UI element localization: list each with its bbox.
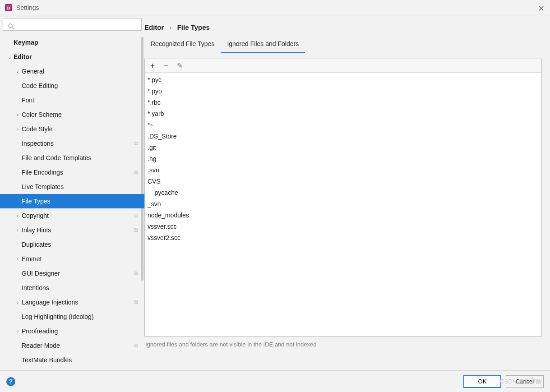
settings-sidebar: Keymap⌄Editor›GeneralCode EditingFont›Co… [0,15,144,370]
sidebar-item-proofreading[interactable]: ›Proofreading [0,324,144,338]
list-item[interactable]: .DS_Store [148,131,539,142]
list-item[interactable]: .svn [148,165,539,176]
sidebar-item-label: Proofreading [22,327,141,335]
svg-point-3 [9,24,12,28]
sidebar-item-log-highlighting-ideolog-[interactable]: Log Highlighting (Ideolog) [0,309,144,324]
sidebar-item-font[interactable]: Font [0,93,144,107]
sidebar-item-live-templates[interactable]: Live Templates [0,180,144,194]
list-item[interactable]: *~ [148,120,539,131]
list-item[interactable]: *.yarb [148,108,539,120]
app-icon: IJ [5,4,13,12]
sidebar-item-keymap[interactable]: Keymap [0,35,144,50]
sidebar-item-label: Language Injections [22,299,134,306]
edit-button[interactable]: ✎ [176,61,184,70]
title-bar: IJ Settings ✕ [0,0,550,15]
sidebar-item-label: Inlay Hints [22,226,134,234]
scope-icon: ⧉ [134,212,138,219]
sidebar-item-color-scheme[interactable]: ›Color Scheme [0,107,144,122]
scope-icon: ⧉ [134,140,138,147]
settings-tree[interactable]: Keymap⌄Editor›GeneralCode EditingFont›Co… [0,33,144,370]
chevron-right-icon[interactable]: › [14,227,21,233]
sidebar-item-intentions[interactable]: Intentions [0,281,144,295]
sidebar-item-label: Live Templates [22,183,141,190]
sidebar-item-file-types[interactable]: File Types [0,194,144,208]
list-item[interactable]: *.pyo [148,86,539,97]
add-button[interactable]: + [148,62,157,70]
chevron-right-icon[interactable]: › [14,328,21,334]
list-item[interactable]: .hg [148,153,539,165]
sidebar-item-gui-designer[interactable]: GUI Designer⧉ [0,266,144,281]
breadcrumb-current: File Types [177,23,210,31]
scope-icon: ⧉ [134,299,138,305]
list-item[interactable]: __pycache__ [148,187,539,198]
remove-button[interactable]: − [162,62,170,70]
window-title: Settings [16,4,39,11]
svg-line-4 [12,27,14,29]
scope-icon: ⧉ [134,227,138,233]
chevron-right-icon[interactable]: › [14,213,21,218]
tab-recognized-file-types[interactable]: Recognized File Types [144,36,221,53]
list-item[interactable]: node_modules [148,210,539,221]
sidebar-item-duplicates[interactable]: Duplicates [0,237,144,252]
scope-icon: ⧉ [134,342,138,349]
search-icon [8,23,14,31]
sidebar-item-copyright[interactable]: ›Copyright⧉ [0,208,144,223]
sidebar-item-code-editing[interactable]: Code Editing [0,78,144,93]
sidebar-item-file-encodings[interactable]: File Encodings⧉ [0,165,144,180]
sidebar-item-inlay-hints[interactable]: ›Inlay Hints⧉ [0,223,144,237]
search-input[interactable] [3,18,142,31]
sidebar-item-label: Log Highlighting (Ideolog) [22,313,141,320]
sidebar-item-label: General [22,68,141,75]
list-item[interactable]: vssver.scc [148,221,539,232]
scope-icon: ⧉ [134,270,138,277]
close-icon[interactable]: ✕ [538,4,545,14]
sidebar-item-editor[interactable]: ⌄Editor [0,50,144,64]
sidebar-item-label: Reader Mode [22,342,134,349]
patterns-list[interactable]: *.pyc*.pyo*.rbc*.yarb*~.DS_Store.git.hg.… [145,73,541,336]
sidebar-item-label: Color Scheme [22,111,141,118]
list-item[interactable]: .git [148,142,539,153]
sidebar-item-label: File Encodings [22,169,134,176]
list-item[interactable]: vssver2.scc [148,232,539,244]
chevron-right-icon: › [170,23,172,31]
sidebar-item-label: Font [22,97,141,104]
chevron-right-icon[interactable]: › [14,69,21,74]
sidebar-item-label: Code Editing [22,82,141,89]
chevron-right-icon[interactable]: › [14,300,21,305]
sidebar-item-reader-mode[interactable]: Reader Mode⧉ [0,338,144,353]
tabs: Recognized File TypesIgnored Files and F… [144,36,542,53]
list-item[interactable]: *.rbc [148,97,539,108]
list-item[interactable]: _svn [148,198,539,210]
chevron-down-icon[interactable]: ⌄ [6,54,13,60]
chevron-right-icon[interactable]: › [14,112,21,117]
sidebar-item-code-style[interactable]: ›Code Style [0,122,144,136]
tab-ignored-files-and-folders[interactable]: Ignored Files and Folders [221,36,305,53]
sidebar-item-textmate-bundles[interactable]: TextMate Bundles [0,353,144,367]
chevron-right-icon[interactable]: › [14,126,21,132]
ok-button[interactable]: OK [463,375,501,388]
sidebar-item-label: Inspections [22,140,134,147]
sidebar-item-label: File Types [22,198,141,205]
main-panel: Editor › File Types Recognized File Type… [144,15,550,370]
sidebar-item-general[interactable]: ›General [0,64,144,78]
sidebar-item-inspections[interactable]: Inspections⧉ [0,136,144,151]
hint-text: Ignored files and folders are not visibl… [144,337,542,352]
help-icon[interactable]: ? [6,377,15,386]
sidebar-item-emmet[interactable]: ›Emmet [0,252,144,266]
chevron-right-icon[interactable]: › [14,256,21,262]
sidebar-item-file-and-code-templates[interactable]: File and Code Templates [0,151,144,165]
sidebar-item-language-injections[interactable]: ›Language Injections⧉ [0,295,144,309]
sidebar-item-label: Duplicates [22,241,141,248]
svg-text:IJ: IJ [7,6,10,10]
sidebar-item-label: TextMate Bundles [22,356,141,364]
panel-toolbar: + − ✎ [145,59,541,73]
list-item[interactable]: *.pyc [148,74,539,86]
breadcrumb-parent[interactable]: Editor [144,23,164,31]
cancel-button[interactable]: Cancel [506,375,544,388]
sidebar-item-label: GUI Designer [22,270,134,277]
sidebar-item-label: File and Code Templates [22,154,141,161]
breadcrumb: Editor › File Types [144,22,542,36]
sidebar-item-label: Emmet [22,255,141,263]
sidebar-item-label: Code Style [22,125,141,133]
list-item[interactable]: CVS [148,176,539,187]
